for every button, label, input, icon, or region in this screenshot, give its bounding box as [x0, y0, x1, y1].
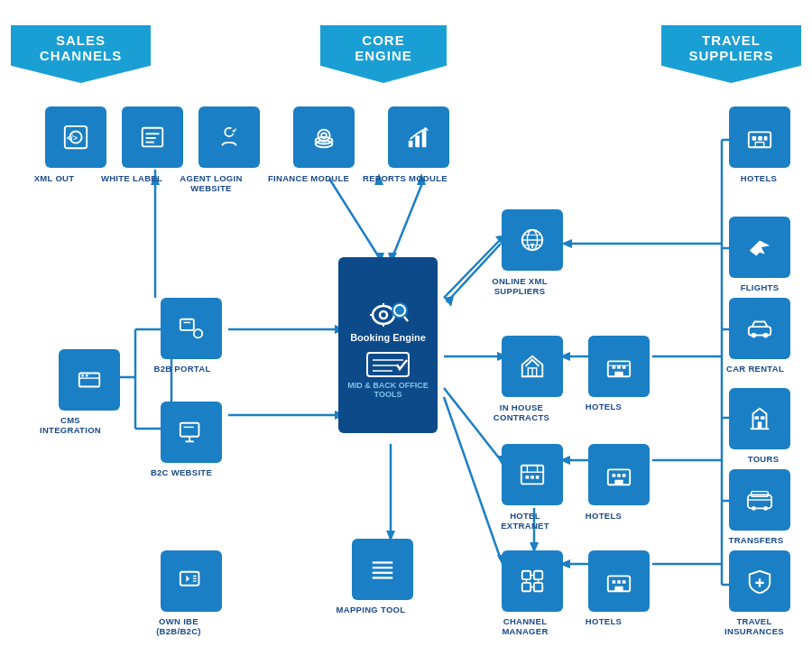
svg-point-83 — [380, 311, 387, 319]
supplier-transfers-icon — [746, 486, 773, 513]
supplier-car-icon — [746, 315, 773, 342]
booking-engine-icon-bot — [365, 350, 411, 379]
b2c-website-box — [161, 402, 222, 463]
svg-rect-144 — [761, 416, 765, 420]
finance-module-label: FINANCE MODULE — [268, 173, 344, 183]
svg-rect-114 — [534, 583, 542, 591]
svg-point-142 — [763, 333, 769, 338]
svg-rect-79 — [415, 135, 420, 147]
svg-rect-110 — [536, 476, 540, 479]
svg-point-74 — [318, 130, 329, 142]
hotels-3-label: HOTELS — [574, 616, 633, 626]
svg-rect-62 — [180, 423, 199, 437]
svg-point-148 — [752, 506, 756, 511]
agent-login-label: AGENT LOGINWEBSITE — [179, 173, 244, 194]
svg-line-14 — [392, 179, 424, 257]
svg-line-89 — [404, 317, 408, 321]
svg-point-82 — [373, 306, 394, 324]
svg-marker-21 — [444, 296, 454, 307]
supplier-tours-box — [729, 388, 790, 449]
reports-module-label: REPORTS MODULE — [363, 173, 442, 183]
channel-manager-label: CHANNELMANAGER — [487, 616, 563, 637]
supplier-car-label: CAR RENTAL — [722, 364, 789, 374]
booking-engine-icon-top — [365, 301, 411, 328]
svg-rect-123 — [614, 372, 623, 377]
svg-rect-128 — [623, 474, 626, 477]
svg-marker-103 — [531, 244, 534, 251]
own-ibe-box — [161, 550, 222, 612]
svg-point-69 — [86, 374, 88, 377]
mapping-tool-icon — [369, 556, 396, 583]
xml-out-label: XML OUT — [22, 173, 87, 183]
finance-icon — [310, 124, 337, 151]
hotels-3-box — [588, 550, 650, 612]
hotels-1-box — [588, 336, 650, 397]
svg-rect-132 — [617, 580, 621, 584]
svg-rect-137 — [758, 136, 762, 141]
banner-core: CORE ENGINE — [320, 25, 447, 83]
svg-rect-108 — [526, 476, 530, 479]
xml-out-box: </> — [45, 106, 106, 168]
reports-icon — [405, 124, 432, 151]
own-ibe-icon — [178, 568, 205, 595]
svg-line-12 — [329, 179, 379, 257]
channel-manager-box — [502, 550, 563, 612]
hotel-extranet-label: HOTELEXTRANET — [487, 511, 563, 531]
supplier-travel-ins-box — [729, 550, 790, 612]
booking-engine-label: Booking Engine — [350, 332, 426, 343]
svg-rect-133 — [623, 580, 626, 584]
svg-rect-80 — [422, 131, 427, 148]
in-house-label: IN HOUSECONTRACTS — [484, 402, 559, 423]
supplier-transfers-box — [729, 469, 790, 531]
online-xml-icon — [519, 226, 546, 254]
supplier-flights-box — [729, 217, 790, 278]
supplier-tours-label: TOURS — [736, 454, 790, 464]
svg-rect-126 — [613, 474, 616, 477]
mapping-tool-box — [352, 539, 413, 600]
booking-midback-label: MID & BACK OFFICE TOOLS — [338, 381, 438, 399]
banner-sales: SALES CHANNELS — [11, 25, 151, 83]
finance-module-box — [293, 106, 355, 168]
b2b-portal-box — [161, 298, 222, 359]
hotels-3-icon — [605, 568, 632, 595]
svg-rect-78 — [409, 141, 413, 148]
supplier-car-box — [729, 298, 790, 359]
supplier-flights-icon — [746, 234, 773, 261]
svg-rect-131 — [613, 580, 616, 584]
svg-rect-113 — [522, 583, 531, 591]
cms-integration-box — [59, 349, 120, 411]
in-house-icon — [519, 353, 546, 380]
svg-rect-129 — [614, 480, 623, 485]
cms-integration-label: CMSINTEGRATION — [34, 415, 106, 436]
svg-rect-120 — [613, 365, 616, 369]
b2c-website-label: B2C WEBSITE — [146, 467, 217, 477]
svg-rect-143 — [754, 416, 759, 420]
svg-point-149 — [763, 506, 768, 511]
xml-icon: </> — [62, 124, 89, 151]
channel-manager-icon — [519, 568, 546, 595]
supplier-hotels-label: HOTELS — [731, 173, 787, 183]
svg-rect-122 — [623, 365, 626, 369]
svg-rect-136 — [752, 136, 757, 141]
diagram-container: SALES CHANNELS CORE ENGINE TRAVEL SUPPLI… — [0, 0, 812, 656]
svg-point-141 — [752, 333, 757, 338]
hotels-2-label: HOTELS — [574, 511, 633, 521]
agent-login-box — [198, 106, 260, 168]
own-ibe-label: OWN IBE(B2B/B2C) — [143, 616, 215, 637]
svg-rect-134 — [614, 587, 623, 592]
mapping-tool-label: MAPPING TOOL — [331, 605, 411, 614]
svg-rect-121 — [617, 365, 621, 369]
hotels-2-icon — [605, 461, 632, 488]
in-house-box — [502, 336, 563, 397]
svg-line-24 — [444, 388, 501, 460]
supplier-travel-ins-icon — [746, 568, 773, 595]
white-label-icon — [139, 124, 166, 151]
svg-rect-59 — [180, 319, 194, 330]
online-xml-label: ONLINE XMLSUPPLIERS — [482, 276, 558, 297]
agent-login-icon — [216, 124, 243, 151]
svg-point-60 — [194, 329, 202, 337]
svg-marker-81 — [422, 127, 429, 131]
svg-rect-109 — [531, 476, 534, 479]
svg-rect-138 — [764, 136, 768, 141]
supplier-flights-label: FLIGHTS — [733, 282, 787, 292]
